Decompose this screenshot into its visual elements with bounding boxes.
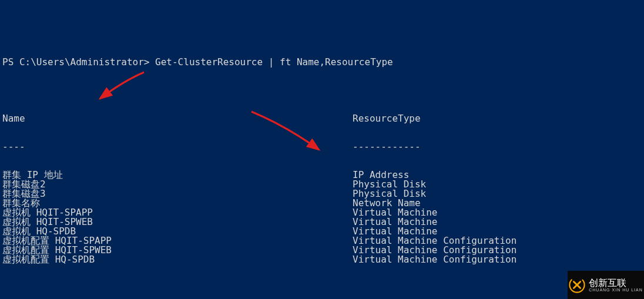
table-row: 群集磁盘2Physical Disk (2, 180, 644, 189)
cell-name: 虚拟机配置 HQ-SPDB (2, 255, 353, 264)
table-row: 虚拟机配置 HQIT-SPWEBVirtual Machine Configur… (2, 246, 644, 255)
cell-name: 群集磁盘3 (2, 189, 353, 199)
col-divider: ------------ (353, 142, 421, 152)
blank-line (2, 283, 644, 293)
table1-divider: ---------------- (2, 142, 644, 152)
table-row: 群集磁盘3Physical Disk (2, 189, 644, 199)
logo-icon (569, 277, 585, 293)
col-header-type: ResourceType (353, 114, 421, 123)
cell-name: 群集 IP 地址 (2, 170, 353, 180)
command-1: PS C:\Users\Administrator> Get-ClusterRe… (2, 58, 644, 67)
table-row: 群集 IP 地址IP Address (2, 170, 644, 180)
table-row: 虚拟机配置 HQ-SPDBVirtual Machine Configurati… (2, 255, 644, 264)
table-row: 群集名称Network Name (2, 199, 644, 208)
cell-type: Virtual Machine Configuration (353, 255, 516, 264)
watermark-text: 创新互联 (589, 278, 626, 288)
blank-line (2, 86, 644, 95)
col-header-name: Name (2, 114, 353, 123)
table1-header: NameResourceType (2, 114, 644, 123)
table-row: 虚拟机 HQIT-SPAPPVirtual Machine (2, 208, 644, 217)
col-divider: ---- (2, 142, 353, 152)
watermark-subtext: CHUANG XIN HU LIAN (589, 288, 643, 292)
table-row: 虚拟机 HQIT-SPWEBVirtual Machine (2, 217, 644, 227)
cell-name: 群集磁盘2 (2, 180, 353, 189)
powershell-terminal[interactable]: PS C:\Users\Administrator> Get-ClusterRe… (0, 38, 644, 299)
watermark-logo: 创新互联 CHUANG XIN HU LIAN (568, 271, 644, 299)
command-text: PS C:\Users\Administrator> Get-ClusterRe… (2, 56, 393, 68)
